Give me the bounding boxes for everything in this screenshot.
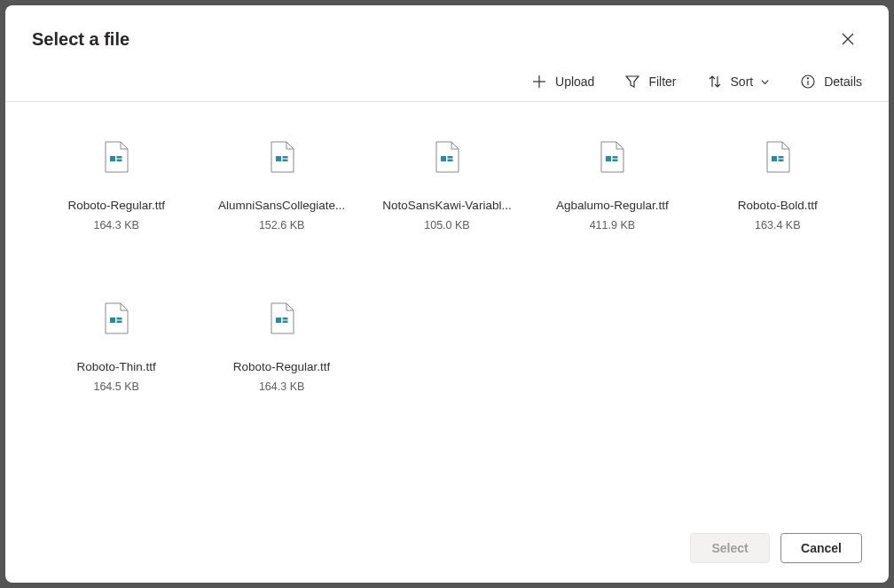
file-item[interactable]: Agbalumo-Regular.ttf 411.9 KB bbox=[529, 137, 694, 288]
file-name: Roboto-Regular.ttf bbox=[67, 198, 165, 215]
plus-icon bbox=[532, 74, 546, 89]
file-picker-modal: Select a file Upload Filter bbox=[5, 5, 889, 583]
svg-rect-12 bbox=[282, 160, 287, 162]
details-label: Details bbox=[824, 74, 862, 89]
font-file-icon bbox=[104, 141, 129, 173]
svg-rect-18 bbox=[613, 160, 618, 162]
svg-rect-16 bbox=[606, 156, 611, 161]
filter-icon bbox=[625, 74, 639, 89]
file-size: 411.9 KB bbox=[590, 219, 635, 231]
file-size: 164.3 KB bbox=[93, 219, 138, 231]
font-file-icon bbox=[104, 302, 129, 334]
file-size: 152.6 KB bbox=[259, 219, 304, 231]
file-grid: Roboto-Regular.ttf 164.3 KB AlumniSansCo… bbox=[5, 102, 889, 519]
file-name: Agbalumo-Regular.ttf bbox=[556, 198, 669, 215]
svg-rect-23 bbox=[117, 318, 122, 320]
file-name: NotoSansKawi-Variabl... bbox=[382, 198, 511, 215]
font-file-icon bbox=[765, 141, 790, 173]
svg-rect-26 bbox=[282, 318, 287, 320]
file-item[interactable]: Roboto-Regular.ttf 164.3 KB bbox=[34, 137, 199, 288]
svg-rect-27 bbox=[282, 321, 287, 324]
svg-rect-10 bbox=[276, 156, 281, 161]
font-file-icon bbox=[600, 141, 624, 173]
sort-label: Sort bbox=[731, 74, 754, 89]
toolbar: Upload Filter Sort bbox=[5, 69, 889, 102]
font-file-icon bbox=[270, 302, 294, 334]
filter-button[interactable]: Filter bbox=[625, 74, 676, 89]
cancel-button[interactable]: Cancel bbox=[780, 533, 862, 563]
svg-rect-21 bbox=[778, 160, 783, 162]
sort-icon bbox=[708, 74, 722, 89]
file-item[interactable]: Roboto-Regular.ttf 164.3 KB bbox=[199, 299, 364, 450]
svg-rect-24 bbox=[117, 321, 122, 324]
svg-rect-25 bbox=[276, 318, 281, 323]
sort-button[interactable]: Sort bbox=[708, 74, 771, 89]
upload-button[interactable]: Upload bbox=[532, 74, 594, 89]
modal-footer: Select Cancel bbox=[5, 519, 889, 583]
file-name: AlumniSansCollegiate... bbox=[218, 198, 345, 215]
info-icon bbox=[801, 74, 815, 89]
file-item[interactable]: NotoSansKawi-Variabl... 105.0 KB bbox=[365, 137, 529, 288]
select-button[interactable]: Select bbox=[690, 533, 770, 563]
file-size: 164.5 KB bbox=[93, 380, 138, 393]
svg-rect-9 bbox=[117, 160, 122, 162]
svg-point-6 bbox=[808, 78, 809, 79]
file-item[interactable]: Roboto-Thin.ttf 164.5 KB bbox=[34, 299, 199, 450]
file-size: 164.3 KB bbox=[259, 380, 304, 393]
svg-rect-20 bbox=[778, 156, 783, 159]
file-name: Roboto-Regular.ttf bbox=[233, 359, 331, 376]
filter-label: Filter bbox=[648, 74, 676, 89]
file-item[interactable]: Roboto-Bold.ttf 163.4 KB bbox=[695, 137, 860, 288]
modal-header: Select a file bbox=[5, 5, 889, 69]
file-size: 163.4 KB bbox=[755, 219, 800, 231]
modal-title: Select a file bbox=[32, 29, 129, 50]
svg-rect-15 bbox=[447, 160, 452, 162]
font-file-icon bbox=[435, 141, 459, 173]
font-file-icon bbox=[270, 141, 294, 173]
chevron-down-icon bbox=[760, 77, 770, 87]
svg-rect-14 bbox=[447, 156, 452, 159]
svg-rect-13 bbox=[441, 156, 446, 161]
details-button[interactable]: Details bbox=[801, 74, 862, 89]
svg-rect-8 bbox=[117, 156, 122, 159]
upload-label: Upload bbox=[555, 74, 594, 89]
file-item[interactable]: AlumniSansCollegiate... 152.6 KB bbox=[199, 137, 364, 288]
close-icon bbox=[842, 33, 854, 45]
close-button[interactable] bbox=[834, 25, 862, 53]
modal-backdrop: Select a file Upload Filter bbox=[0, 0, 894, 588]
file-name: Roboto-Thin.ttf bbox=[77, 359, 156, 376]
file-name: Roboto-Bold.ttf bbox=[738, 198, 818, 215]
svg-rect-22 bbox=[110, 318, 115, 323]
svg-rect-7 bbox=[110, 156, 115, 161]
svg-rect-19 bbox=[772, 156, 777, 161]
svg-rect-17 bbox=[613, 156, 618, 159]
svg-rect-11 bbox=[282, 156, 287, 159]
file-size: 105.0 KB bbox=[424, 219, 469, 231]
